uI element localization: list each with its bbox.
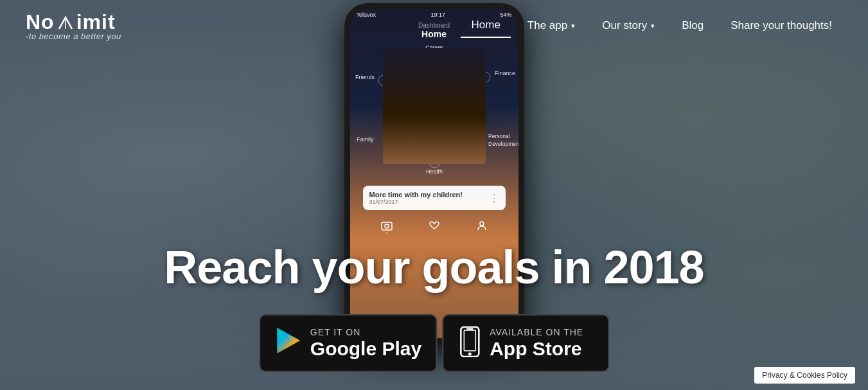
phone-nav-heart [428,220,441,234]
logo-text: No imit [26,10,121,34]
google-play-get-it: GET IT ON [310,327,421,338]
app-store-text: Available on the App Store [490,327,583,359]
svg-text:Development: Development [488,141,518,147]
logo[interactable]: No imit -to become a better you [26,10,121,41]
navbar: No imit -to become a better you Home The… [0,0,868,51]
svg-rect-26 [382,222,392,230]
nav-links: Home The app ▾ Our story ▾ Blog Share yo… [461,13,842,38]
app-store-icon [457,326,482,360]
phone-nav-camera [380,220,393,234]
nav-story[interactable]: Our story ▾ [592,14,665,37]
svg-text:Family: Family [357,136,374,143]
hero-title: Reach your goals in 2018 [0,244,868,290]
hero-section: Reach your goals in 2018 [0,244,868,290]
app-store-name: App Store [490,338,583,359]
svg-text:Personal: Personal [488,133,510,139]
svg-text:Friends: Friends [355,74,375,80]
nav-blog[interactable]: Blog [671,14,714,37]
goal-title: More time with my children! [369,191,463,199]
story-chevron-icon: ▾ [651,22,655,30]
goal-info: More time with my children! 31/07/2017 [369,191,463,205]
app-chevron-icon: ▾ [571,22,575,30]
radar-chart: Career Finance Personal Development Heal… [350,42,518,183]
phone-bottom-nav [350,215,518,236]
running-silhouette [383,48,486,164]
svg-text:Health: Health [425,168,442,175]
google-play-name: Google Play [310,338,421,359]
svg-rect-32 [461,327,479,357]
svg-point-27 [385,224,389,228]
logo-imit: imit [76,10,116,34]
nav-home[interactable]: Home [461,13,510,38]
nav-share[interactable]: Share your thoughts! [720,14,842,37]
phone-nav-person [475,220,488,234]
goal-menu-icon: ⋮ [489,192,499,204]
app-store-available: Available on the [490,327,583,338]
logo-tagline: -to become a better you [26,31,121,41]
app-store-button[interactable]: Available on the App Store [442,314,609,372]
svg-point-34 [468,353,472,356]
nav-app[interactable]: The app ▾ [517,14,585,37]
google-play-button[interactable]: GET IT ON Google Play [259,314,437,372]
goal-card: More time with my children! 31/07/2017 ⋮ [363,186,506,210]
google-play-text: GET IT ON Google Play [310,327,421,359]
privacy-notice[interactable]: Privacy & Cookies Policy [754,367,855,384]
svg-text:Finance: Finance [495,70,515,76]
goal-date: 31/07/2017 [369,199,463,205]
svg-rect-33 [464,330,475,351]
logo-tent-icon [57,15,75,30]
google-play-icon [274,326,303,360]
logo-no: No [26,10,55,34]
svg-marker-29 [277,328,300,353]
svg-point-28 [480,222,484,226]
app-buttons: GET IT ON Google Play Available on the A… [259,314,609,372]
